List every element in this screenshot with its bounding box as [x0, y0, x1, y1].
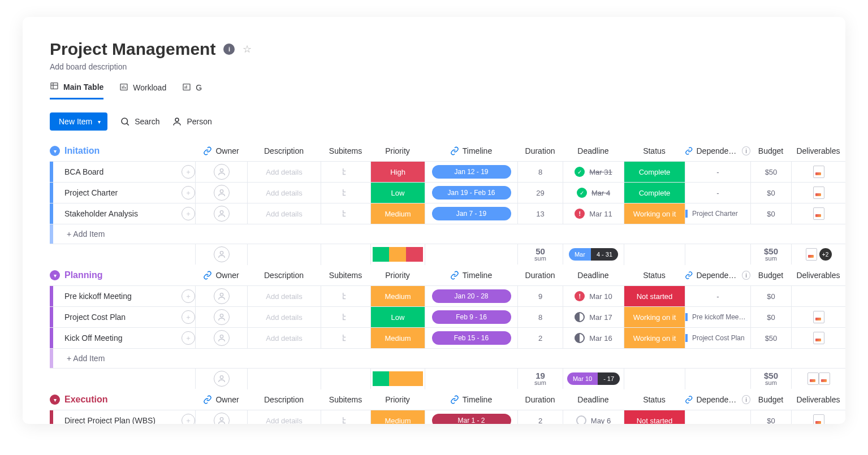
collapse-icon[interactable]: ▾ — [50, 395, 60, 405]
col-deadline[interactable]: Deadline — [563, 389, 624, 410]
info-icon[interactable]: i — [742, 146, 750, 155]
col-deadline[interactable]: Deadline — [563, 141, 624, 161]
col-owner[interactable]: Owner — [215, 395, 239, 404]
info-icon[interactable]: i — [742, 271, 750, 280]
col-dependent[interactable]: Dependent… — [697, 146, 739, 155]
col-dependent[interactable]: Dependent… — [697, 271, 739, 280]
info-icon[interactable]: i — [223, 44, 235, 55]
timeline-cell[interactable]: Jan 7 - 19 — [432, 207, 511, 220]
tab-main table[interactable]: Main Table — [50, 81, 103, 99]
budget-cell[interactable]: $50 — [750, 328, 791, 348]
col-timeline[interactable]: Timeline — [463, 271, 492, 280]
description-cell[interactable]: Add details — [247, 307, 321, 327]
col-priority[interactable]: Priority — [370, 141, 425, 161]
collapse-icon[interactable]: ▾ — [50, 270, 60, 280]
owner-avatar[interactable] — [214, 330, 230, 346]
description-cell[interactable]: Add details — [247, 183, 321, 203]
budget-cell[interactable]: $0 — [750, 203, 791, 224]
description-cell[interactable]: Add details — [247, 162, 321, 182]
more-files-badge[interactable]: +2 — [819, 248, 832, 261]
new-item-button[interactable]: New Item▾ — [50, 112, 107, 131]
tab-workload[interactable]: Workload — [119, 81, 166, 99]
deadline-cell[interactable]: May 6 — [563, 410, 624, 424]
priority-cell[interactable]: Medium — [371, 328, 425, 348]
col-owner[interactable]: Owner — [215, 271, 239, 280]
description-cell[interactable]: Add details — [247, 286, 321, 306]
description-cell[interactable]: Add details — [247, 410, 321, 424]
status-cell[interactable]: Not started — [624, 410, 685, 424]
col-owner[interactable]: Owner — [215, 146, 239, 155]
deliverables-cell[interactable] — [791, 328, 845, 348]
col-subitems[interactable]: Subitems — [321, 141, 370, 161]
conversation-icon[interactable]: ＋ — [182, 331, 195, 345]
group-name[interactable]: Planning — [64, 270, 103, 280]
budget-cell[interactable]: $0 — [750, 307, 791, 327]
status-cell[interactable]: Working on it — [624, 307, 685, 327]
deliverables-cell[interactable] — [791, 203, 845, 224]
group-header[interactable]: ▾ Planning — [50, 266, 195, 285]
person-filter-button[interactable]: Person — [172, 116, 211, 127]
priority-cell[interactable]: Low — [371, 307, 425, 327]
subitems-cell[interactable] — [321, 162, 370, 182]
collapse-icon[interactable]: ▾ — [50, 146, 60, 156]
conversation-icon[interactable]: ＋ — [182, 165, 195, 179]
col-priority[interactable]: Priority — [370, 265, 425, 285]
col-description[interactable]: Description — [247, 141, 321, 161]
conversation-icon[interactable]: ＋ — [182, 186, 195, 200]
add-item-row[interactable]: + Add Item — [50, 224, 845, 244]
dependent-cell[interactable]: Project Cost Plan — [685, 328, 750, 348]
item-name[interactable]: Pre kickoff Meeting — [64, 292, 177, 301]
col-duration[interactable]: Duration — [517, 141, 563, 161]
status-cell[interactable]: Complete — [624, 162, 685, 182]
priority-cell[interactable]: High — [371, 162, 425, 182]
budget-cell[interactable]: $50 — [750, 162, 791, 182]
deadline-cell[interactable]: Mar 17 — [563, 307, 624, 327]
dependent-cell[interactable]: - — [685, 162, 750, 182]
deliverables-cell[interactable] — [791, 307, 845, 327]
budget-cell[interactable]: $0 — [750, 286, 791, 306]
col-subitems[interactable]: Subitems — [321, 389, 370, 410]
col-dependent[interactable]: Dependent… — [697, 395, 739, 404]
status-cell[interactable]: Working on it — [624, 203, 685, 224]
col-description[interactable]: Description — [247, 389, 321, 410]
owner-avatar[interactable] — [214, 164, 230, 180]
description-cell[interactable]: Add details — [247, 203, 321, 224]
search-button[interactable]: Search — [120, 116, 159, 127]
group-name[interactable]: Execution — [64, 395, 107, 405]
table-row[interactable]: Pre kickoff Meeting ＋ Add details Medium… — [50, 285, 845, 306]
table-row[interactable]: BCA Board ＋ Add details High Jan 12 - 19… — [50, 161, 845, 182]
timeline-cell[interactable]: Jan 19 - Feb 16 — [432, 186, 511, 200]
col-budget[interactable]: Budget — [750, 141, 791, 161]
col-budget[interactable]: Budget — [750, 389, 791, 410]
owner-avatar[interactable] — [214, 309, 230, 325]
subitems-cell[interactable] — [321, 410, 370, 424]
add-item-row[interactable]: + Add Item — [50, 348, 845, 368]
owner-avatar[interactable] — [214, 206, 230, 222]
subitems-cell[interactable] — [321, 183, 370, 203]
priority-cell[interactable]: Medium — [371, 410, 425, 424]
col-status[interactable]: Status — [624, 141, 685, 161]
favorite-icon[interactable]: ☆ — [243, 43, 252, 55]
col-deliverables[interactable]: Deliverables — [791, 141, 845, 161]
col-status[interactable]: Status — [624, 389, 685, 410]
dependent-cell[interactable]: - — [685, 286, 750, 306]
col-duration[interactable]: Duration — [517, 265, 563, 285]
col-priority[interactable]: Priority — [370, 389, 425, 410]
group-name[interactable]: Initation — [64, 146, 100, 156]
deliverables-cell[interactable] — [791, 410, 845, 424]
col-budget[interactable]: Budget — [750, 265, 791, 285]
table-row[interactable]: Stakeholder Analysis ＋ Add details Mediu… — [50, 203, 845, 224]
table-row[interactable]: Project Cost Plan ＋ Add details Low Feb … — [50, 306, 845, 327]
item-name[interactable]: BCA Board — [64, 167, 177, 176]
timeline-cell[interactable]: Jan 20 - 28 — [432, 289, 511, 303]
priority-cell[interactable]: Medium — [371, 286, 425, 306]
deadline-cell[interactable]: ✓Mar 31 — [563, 162, 624, 182]
deliverables-cell[interactable] — [791, 183, 845, 203]
col-deadline[interactable]: Deadline — [563, 265, 624, 285]
status-cell[interactable]: Not started — [624, 286, 685, 306]
col-subitems[interactable]: Subitems — [321, 265, 370, 285]
deadline-cell[interactable]: !Mar 11 — [563, 203, 624, 224]
group-header[interactable]: ▾ Execution — [50, 390, 195, 409]
item-name[interactable]: Stakeholder Analysis — [64, 209, 177, 218]
dependent-cell[interactable] — [685, 410, 750, 424]
